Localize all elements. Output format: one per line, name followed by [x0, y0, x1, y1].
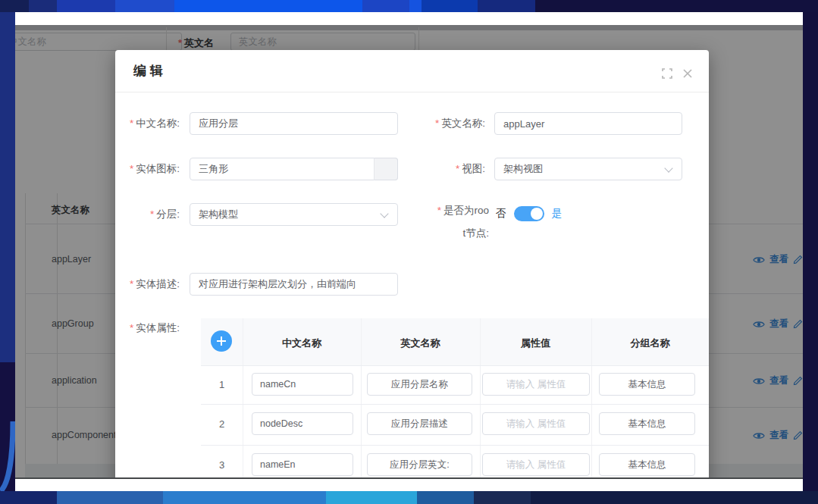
- close-icon[interactable]: [683, 69, 692, 78]
- row-index: 1: [201, 379, 243, 390]
- view-select-value: 架构视图: [503, 162, 543, 176]
- view-label: *视图:: [421, 158, 485, 180]
- attr-name-cn-field[interactable]: [367, 453, 472, 476]
- icon-picker-addon[interactable]: [374, 158, 398, 180]
- entity-icon-field-group: [190, 158, 398, 180]
- is-root-label: *是否为roo t节点:: [421, 203, 489, 241]
- page-content: *英文名 英文名称 appLayer appGroup application …: [15, 25, 803, 477]
- row-index: 3: [201, 459, 243, 471]
- toggle-off-label: 否: [496, 206, 506, 221]
- dialog-divider: [115, 92, 709, 92]
- chevron-down-icon: [664, 164, 672, 172]
- layer-select[interactable]: 架构模型: [190, 203, 398, 226]
- name-en-label: *英文名称:: [421, 112, 485, 135]
- desktop-left-strip: [0, 12, 15, 491]
- attr-group-field[interactable]: [599, 453, 695, 476]
- view-select[interactable]: 架构视图: [494, 158, 682, 180]
- name-cn-label: *中文名称:: [115, 112, 180, 135]
- required-asterisk: *: [437, 205, 441, 216]
- layer-label: *分层:: [115, 203, 180, 226]
- name-cn-field[interactable]: [190, 112, 398, 135]
- required-asterisk: *: [456, 163, 459, 174]
- fullscreen-icon[interactable]: [662, 68, 672, 79]
- col-header-attr-value: 属性值: [480, 337, 591, 350]
- row-index: 2: [201, 418, 243, 430]
- required-asterisk: *: [130, 163, 133, 174]
- attr-group-field[interactable]: [599, 412, 695, 435]
- plus-icon: [216, 336, 227, 346]
- toggle-knob: [531, 208, 543, 220]
- add-attribute-button[interactable]: [211, 330, 232, 352]
- entity-icon-field[interactable]: [190, 158, 398, 180]
- toggle-on-label: 是: [552, 206, 563, 221]
- attr-name-cn-field[interactable]: [367, 373, 472, 396]
- col-header-group-name: 分组名称: [591, 337, 709, 350]
- chevron-down-icon: [380, 209, 388, 218]
- desktop-top-band: [0, 0, 818, 12]
- edit-dialog: 编辑 *中文名称: *英文名称:: [115, 50, 709, 477]
- entity-icon-label: *实体图标:: [115, 158, 180, 180]
- window-footer-strip: [15, 479, 803, 491]
- dialog-header-icons: [662, 68, 692, 79]
- desktop-bottom-band: [0, 491, 818, 504]
- layer-select-value: 架构模型: [199, 208, 238, 221]
- dialog-title: 编辑: [133, 62, 167, 80]
- col-header-name-en: 英文名称: [361, 337, 480, 350]
- entity-attrs-label: *实体属性:: [115, 317, 180, 340]
- window-titlebar: [15, 12, 803, 25]
- decorative-arc: [0, 12, 15, 491]
- attributes-table: 中文名称 英文名称 属性值 分组名称 1 2 3: [201, 318, 709, 477]
- row-divider: [201, 445, 709, 446]
- required-asterisk: *: [130, 322, 133, 333]
- row-divider: [201, 404, 709, 405]
- required-asterisk: *: [130, 278, 133, 290]
- attr-group-field[interactable]: [599, 373, 695, 396]
- is-root-toggle-group: 否 是: [496, 206, 562, 221]
- required-asterisk: *: [435, 117, 439, 129]
- row-divider: [201, 365, 709, 366]
- attr-name-en-field[interactable]: [252, 412, 353, 435]
- attr-value-field[interactable]: [482, 412, 590, 435]
- app-window: *英文名 英文名称 appLayer appGroup application …: [15, 12, 803, 491]
- entity-desc-field[interactable]: [190, 273, 398, 296]
- col-header-name-cn: 中文名称: [243, 337, 361, 350]
- attr-name-en-field[interactable]: [252, 373, 353, 396]
- attr-value-field[interactable]: [482, 453, 590, 476]
- required-asterisk: *: [130, 117, 133, 129]
- root-node-toggle[interactable]: [514, 206, 544, 221]
- attr-value-field[interactable]: [482, 373, 590, 396]
- name-en-field[interactable]: [494, 112, 682, 135]
- attr-name-cn-field[interactable]: [367, 412, 472, 435]
- entity-desc-label: *实体描述:: [115, 273, 180, 296]
- required-asterisk: *: [150, 208, 154, 220]
- attr-name-en-field[interactable]: [252, 453, 353, 476]
